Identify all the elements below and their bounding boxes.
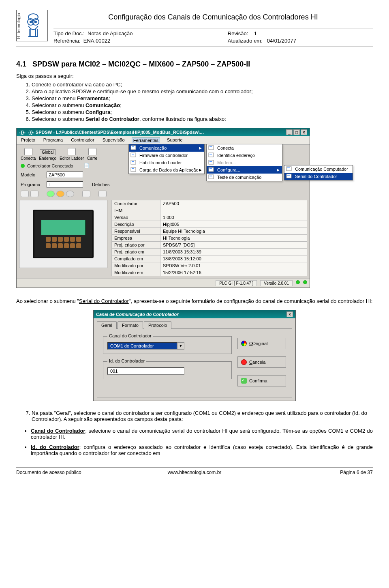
prop-val: HI Tecnologia [160,235,307,242]
menu-item-icon [130,167,137,173]
svg-rect-15 [209,146,212,147]
menu-ferramentas[interactable]: Ferramentas [132,137,160,143]
properties-table: ControladorZAP500IHMVersão1.000Descrição… [111,200,307,276]
footer-right: Página 6 de 37 [254,470,373,475]
svg-rect-19 [209,161,212,162]
status-version: Versão 2.0.01 [260,280,293,286]
menu-projeto[interactable]: Projeto [20,137,36,143]
controller-status: Controlador Conectado [27,163,73,168]
menu-programa[interactable]: Programa [42,137,64,143]
menu-item[interactable]: Firmware do controlador [129,152,204,159]
svg-rect-23 [209,176,212,176]
led-icon [296,280,300,284]
prop-val: SPDS6/7 [DOS] [160,242,307,249]
group-id: Id. do Controlador 001 [103,361,232,379]
minimize-button[interactable]: _ [286,129,293,135]
svg-rect-24 [286,167,291,171]
prop-key: Modificado por [112,262,160,269]
ladder-icon [68,148,76,155]
menu-item[interactable]: Modem... [207,159,282,166]
menu-item-icon [130,145,137,151]
maximize-button[interactable]: □ [293,129,300,135]
detalhes-button[interactable]: Detalhes [92,182,109,187]
upload-icon [88,148,96,155]
close-button[interactable]: × [286,311,293,317]
menu-item-label: Teste de comunicação [217,175,261,180]
intro-text: Siga os passos a seguir: [16,73,373,80]
logo-cell: HI tecnologia [16,10,49,41]
mid-paragraph: Ao selecionar o submenu "Serial do Contr… [16,298,373,305]
pill-icon[interactable] [21,191,29,197]
pill-icon[interactable] [98,191,107,197]
canal-combo-value: COM1 do Controlador [107,342,177,350]
tab-formato[interactable]: Formato [118,321,143,329]
window-buttons: _ □ × [286,129,307,135]
tab-protocolo[interactable]: Protocolo [144,321,171,329]
menu-item-label: Firmware do controlador [139,153,188,158]
prop-key: Proj. criado em [112,249,160,255]
page-header: HI tecnologia Configuração dos Canais de… [16,10,373,47]
chevron-down-icon[interactable]: ▼ [177,342,184,350]
menu-item[interactable]: Identifica endereço [207,152,282,159]
rev-label: Revisão: [228,30,248,36]
menu-supervisao[interactable]: Supervisão [101,137,126,143]
prop-val: Hipjt005 [160,221,307,228]
cancel-button[interactable]: Cancela [237,356,286,368]
menu-item[interactable]: Conecta [207,144,282,152]
prop-key: Descrição [112,221,160,228]
app-icon: -}}- [19,130,26,135]
chevron-right-icon: ▶ [199,146,202,150]
close-button[interactable]: × [301,129,307,135]
doc-type: Notas de Aplicação [88,30,133,36]
svg-point-3 [30,21,32,23]
step-1: Conecte o controlador via cabo ao PC; [32,82,373,88]
footer-left: Documento de acesso público [16,470,135,475]
canal-combo[interactable]: COM1 do Controlador ▼ [107,342,184,350]
pill-icon[interactable] [30,191,38,197]
menu-controlador[interactable]: Controlador [70,137,95,143]
svg-rect-26 [286,174,291,178]
led-icon [56,191,64,197]
ferramentas-menu-popup: Comunicação▶Firmware do controladorHabil… [128,144,205,174]
menu-item[interactable]: Carga de Dados da Aplicação▶ [129,166,204,174]
menu-suporte[interactable]: Suporte [166,137,184,143]
group-canal-legend: Canal do Controlador [107,333,153,338]
prop-key: Versão [112,214,160,221]
updated: 04/01/20077 [267,38,296,44]
menu-item-icon [208,174,215,180]
palette-icon [241,341,247,346]
menu-item[interactable]: Teste de comunicação [207,174,282,181]
step-4: Selecionar o submenu Comunicação; [32,102,373,108]
menu-item[interactable]: Comunicação Computador [284,165,353,173]
carre-button[interactable]: Carre [87,148,97,161]
menu-item[interactable]: Comunicação▶ [129,144,204,152]
details-icon[interactable]: 📄 [84,163,90,168]
tab-geral[interactable]: Geral [97,321,117,329]
menu-item[interactable]: Habilita modo Loader [129,159,204,166]
id-input[interactable]: 001 [107,367,184,375]
pill-icon[interactable] [82,191,90,197]
svg-rect-20 [209,167,214,172]
menu-item[interactable]: Configura...▶ [207,166,282,174]
original-button[interactable]: OOriginal [237,338,286,349]
prop-val: 15/2/2006 17:52:16 [160,269,307,276]
canal-dialog: Canal de Comunicação do Controlador × Ge… [93,310,296,401]
dialog-title: Canal de Comunicação do Controlador [96,312,179,317]
editor-ladder-button[interactable]: Editor Ladder [60,148,84,161]
meta-left: Tipo de Doc.: Notas de Aplicação Referên… [53,30,228,44]
menu-item-icon [208,152,215,158]
plug-icon [24,148,32,155]
section-heading: 4.1 SPDSW para MCI02 – MCI02QC – MIX600 … [16,60,373,69]
menu-item[interactable]: Serial do Controlador [284,173,353,180]
prop-key: Controlador [112,200,160,207]
doc-type-label: Tipo de Doc.: [53,30,85,37]
svg-rect-27 [287,175,290,176]
chevron-right-icon: ▶ [277,168,280,172]
menubar: Projeto Programa Controlador Supervisão … [17,136,310,145]
menu-item-label: Modem... [217,160,236,165]
global-button[interactable]: GlobalEndereço [39,149,56,161]
confirm-button[interactable]: Confirma [237,375,286,386]
page-footer: Documento de acesso público www.hitecnol… [16,468,373,475]
conecta-button[interactable]: Conecta [21,148,36,161]
menu-item-label: Carga de Dados da Aplicação [139,167,199,172]
